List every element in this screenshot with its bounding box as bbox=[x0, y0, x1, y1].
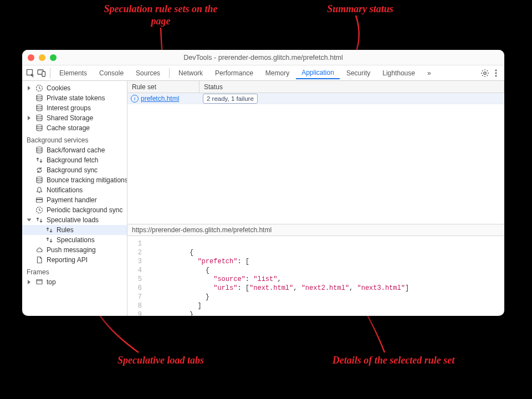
tab-performance[interactable]: Performance bbox=[209, 67, 259, 79]
svg-point-7 bbox=[134, 97, 135, 98]
svg-point-6 bbox=[495, 75, 497, 76]
status-badge[interactable]: 2 ready, 1 failure bbox=[203, 94, 258, 104]
tab-security[interactable]: Security bbox=[341, 67, 376, 79]
chevron-icon bbox=[28, 280, 30, 284]
chevron-icon bbox=[28, 86, 30, 90]
sidebar-item-frame-top[interactable]: top bbox=[22, 277, 127, 287]
sidebar-item-bounce-tracking[interactable]: Bounce tracking mitigations bbox=[22, 175, 127, 185]
sidebar-item-shared-storage[interactable]: Shared Storage bbox=[22, 113, 127, 123]
arrows-icon bbox=[45, 226, 53, 234]
inspect-icon[interactable] bbox=[25, 68, 35, 78]
traffic-lights bbox=[28, 54, 57, 61]
clock-icon bbox=[35, 84, 43, 92]
svg-point-5 bbox=[495, 72, 497, 74]
sidebar-item-cookies[interactable]: Cookies bbox=[22, 83, 127, 93]
sidebar-item-label: Background fetch bbox=[47, 156, 98, 164]
sidebar-item-label: Private state tokens bbox=[47, 94, 105, 102]
sidebar-item-back-forward-cache[interactable]: Back/forward cache bbox=[22, 145, 127, 155]
sidebar-item-periodic-bg-sync[interactable]: Periodic background sync bbox=[22, 205, 127, 215]
ruleset-status-cell: 2 ready, 1 failure bbox=[200, 94, 504, 104]
sidebar-item-label: Push messaging bbox=[47, 246, 96, 254]
tab-elements[interactable]: Elements bbox=[54, 67, 93, 79]
sidebar-item-interest-groups[interactable]: Interest groups bbox=[22, 103, 127, 113]
code-gutter: 123456789 bbox=[127, 236, 145, 316]
rules-table-row[interactable]: prefetch.html 2 ready, 1 failure bbox=[127, 93, 504, 104]
annotation-details: Details of the selected rule set bbox=[310, 355, 477, 367]
annotation-rulesets: Speculation rule sets on the page bbox=[100, 3, 222, 27]
arrows-icon bbox=[35, 156, 43, 164]
rules-panel: Rule set Status prefetch.html 2 ready, 1… bbox=[127, 81, 504, 316]
sidebar-item-label: Speculative loads bbox=[47, 216, 99, 224]
sidebar-item-label: Shared Storage bbox=[47, 114, 93, 122]
tab-memory[interactable]: Memory bbox=[260, 67, 295, 79]
ruleset-link[interactable]: prefetch.html bbox=[127, 95, 200, 103]
tab-network[interactable]: Network bbox=[173, 67, 208, 79]
sidebar-item-private-state-tokens[interactable]: Private state tokens bbox=[22, 93, 127, 103]
sidebar-item-label: Rules bbox=[57, 226, 74, 234]
zoom-window-button[interactable] bbox=[50, 54, 57, 61]
sidebar-item-label: Reporting API bbox=[47, 256, 88, 264]
more-menu-icon[interactable] bbox=[491, 68, 501, 78]
settings-icon[interactable] bbox=[480, 68, 490, 78]
db-icon bbox=[35, 176, 43, 184]
sidebar-item-label: Back/forward cache bbox=[47, 146, 105, 154]
column-status[interactable]: Status bbox=[200, 81, 504, 93]
annotation-summary: Summary status bbox=[310, 3, 410, 16]
sidebar-item-notifications[interactable]: Notifications bbox=[22, 185, 127, 195]
tab-overflow[interactable]: » bbox=[422, 67, 437, 79]
sidebar-item-label: Interest groups bbox=[47, 104, 91, 112]
close-window-button[interactable] bbox=[28, 54, 34, 61]
sidebar-item-label: Payment handler bbox=[47, 196, 97, 204]
tab-divider bbox=[50, 68, 50, 78]
sidebar-item-label: Background sync bbox=[47, 166, 98, 174]
sidebar-item-payment-handler[interactable]: Payment handler bbox=[22, 195, 127, 205]
sidebar-item-label: Speculations bbox=[57, 236, 95, 244]
sidebar-item-cache-storage[interactable]: Cache storage bbox=[22, 123, 127, 133]
db-icon bbox=[35, 146, 43, 154]
sidebar-item-speculations[interactable]: Speculations bbox=[22, 235, 127, 245]
window-titlebar: DevTools - prerender-demos.glitch.me/pre… bbox=[22, 50, 504, 65]
minimize-window-button[interactable] bbox=[39, 54, 45, 61]
devtools-tabs: Elements Console Sources Network Perform… bbox=[22, 65, 504, 81]
db-icon bbox=[35, 94, 43, 102]
ruleset-url: https://prerender-demos.glitch.me/prefet… bbox=[127, 224, 504, 236]
tab-application[interactable]: Application bbox=[296, 66, 340, 79]
frame-icon bbox=[35, 278, 43, 286]
sync-icon bbox=[35, 166, 43, 174]
rules-table-header: Rule set Status bbox=[127, 81, 504, 93]
sidebar-item-push-messaging[interactable]: Push messaging bbox=[22, 245, 127, 255]
sidebar-item-label: Bounce tracking mitigations bbox=[47, 176, 127, 184]
sidebar-item-label: Cookies bbox=[47, 84, 70, 92]
device-toolbar-icon[interactable] bbox=[37, 68, 47, 78]
sidebar-item-rules[interactable]: Rules bbox=[22, 225, 127, 235]
svg-rect-2 bbox=[42, 71, 45, 76]
devtools-window: DevTools - prerender-demos.glitch.me/pre… bbox=[22, 50, 504, 316]
ruleset-status-icon bbox=[131, 95, 139, 103]
tab-sources[interactable]: Sources bbox=[130, 67, 166, 79]
annotation-tabs: Speculative load tabs bbox=[100, 355, 222, 367]
sidebar-item-label: top bbox=[47, 278, 56, 286]
svg-point-3 bbox=[484, 71, 486, 74]
sidebar-item-reporting-api[interactable]: Reporting API bbox=[22, 255, 127, 265]
clock-icon bbox=[35, 206, 43, 214]
window-title: DevTools - prerender-demos.glitch.me/pre… bbox=[22, 54, 504, 62]
db-icon bbox=[35, 114, 43, 122]
tab-console[interactable]: Console bbox=[94, 67, 129, 79]
sidebar-item-background-fetch[interactable]: Background fetch bbox=[22, 155, 127, 165]
column-ruleset[interactable]: Rule set bbox=[127, 81, 200, 93]
tab-divider bbox=[169, 68, 170, 78]
sidebar-item-speculative-loads[interactable]: Speculative loads bbox=[22, 215, 127, 225]
rules-table-body: prefetch.html 2 ready, 1 failure bbox=[127, 93, 504, 224]
tab-lighthouse[interactable]: Lighthouse bbox=[377, 67, 421, 79]
card-icon bbox=[35, 196, 43, 204]
sidebar-item-label: Cache storage bbox=[47, 124, 90, 132]
ruleset-source-viewer: 123456789 { "prefetch": [ { "source": "l… bbox=[127, 236, 504, 316]
ruleset-name: prefetch.html bbox=[141, 95, 179, 103]
svg-point-4 bbox=[495, 69, 497, 71]
cloud-icon bbox=[35, 246, 43, 254]
arrows-icon bbox=[45, 236, 53, 244]
sidebar-item-background-sync[interactable]: Background sync bbox=[22, 165, 127, 175]
chevron-icon bbox=[27, 219, 32, 222]
code-body[interactable]: { "prefetch": [ { "source": "list", "url… bbox=[145, 236, 409, 316]
sidebar-item-label: Notifications bbox=[47, 186, 83, 194]
